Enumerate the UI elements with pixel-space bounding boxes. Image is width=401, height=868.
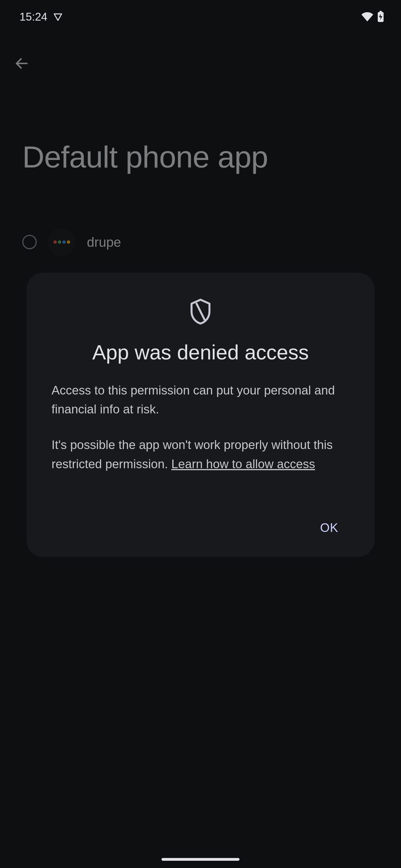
- gesture-bar[interactable]: [162, 858, 239, 861]
- svg-rect-2: [379, 11, 382, 12]
- ok-button[interactable]: OK: [309, 515, 349, 540]
- learn-how-to-allow-access-link[interactable]: Learn how to allow access: [171, 457, 315, 471]
- battery-charging-icon: [377, 11, 384, 23]
- triangle-down-icon: [52, 11, 63, 22]
- dialog-body: Access to this permission can put your p…: [52, 381, 349, 473]
- permission-denied-dialog: App was denied access Access to this per…: [26, 273, 375, 557]
- dialog-body-paragraph-2: It's possible the app won't work properl…: [52, 435, 349, 473]
- svg-line-4: [197, 304, 205, 319]
- dialog-title: App was denied access: [52, 341, 349, 364]
- dialog-body-paragraph-1: Access to this permission can put your p…: [52, 381, 349, 419]
- status-time: 15:24: [20, 10, 47, 23]
- shield-outline-icon: [188, 298, 213, 327]
- status-bar: 15:24: [0, 0, 401, 33]
- permission-denied-dialog-layer: App was denied access Access to this per…: [0, 0, 401, 868]
- wifi-icon: [361, 11, 374, 22]
